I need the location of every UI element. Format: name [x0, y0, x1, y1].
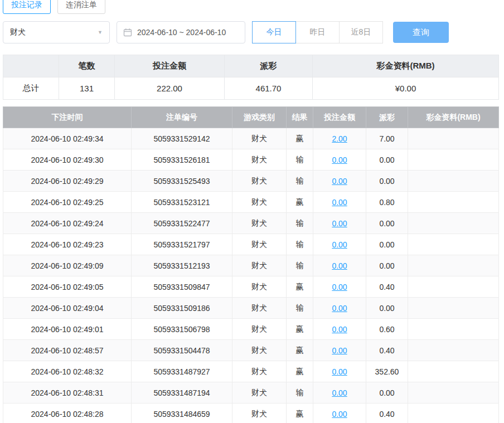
cell-order-number: 5059331504478	[132, 340, 232, 361]
quick-range-last8days[interactable]: 近8日	[339, 21, 383, 43]
summary-bet-amount-value: 222.00	[115, 77, 225, 100]
date-range-picker[interactable]: 2024-06-10 ~ 2024-06-10	[117, 21, 245, 43]
bet-amount-link[interactable]: 0.00	[332, 240, 347, 249]
table-row: 2024-06-10 02:49:01 5059331506798 财犬 赢 0…	[3, 319, 499, 340]
cell-game-type: 财犬	[232, 234, 287, 255]
summary-total-label: 总计	[3, 77, 59, 100]
cell-bet-time: 2024-06-10 02:49:05	[3, 276, 132, 298]
cell-order-number: 5059331523121	[132, 192, 232, 213]
tab-cancelled-orders[interactable]: 连消注单	[57, 0, 105, 14]
summary-table: 笔数 投注金额 派彩 彩金资料(RMB) 总计 131 222.00 461.7…	[3, 55, 499, 100]
bet-amount-link[interactable]: 2.00	[332, 134, 347, 143]
cell-result: 输	[287, 382, 313, 403]
cell-bet-amount: 0.00	[313, 340, 366, 361]
cell-result: 赢	[287, 128, 313, 149]
cell-order-number: 5059331526181	[132, 149, 232, 171]
betting-records-page: 投注记录 连消注单 财犬 ▼ 2024-06-10 ~ 2024-06-10 今…	[0, 0, 504, 423]
cell-bet-amount: 2.00	[313, 128, 366, 149]
quick-range-today[interactable]: 今日	[252, 21, 296, 43]
cell-bet-time: 2024-06-10 02:49:30	[3, 149, 132, 171]
records-header-row: 下注时间 注单编号 游戏类别 结果 投注金额 派彩 彩金资料(RMB)	[3, 107, 499, 128]
cell-bonus	[408, 255, 499, 276]
summary-header-row: 笔数 投注金额 派彩 彩金资料(RMB)	[3, 55, 499, 77]
table-row: 2024-06-10 02:49:05 5059331509847 财犬 赢 0…	[3, 276, 499, 298]
cell-result: 输	[287, 213, 313, 234]
header-bet-time: 下注时间	[3, 107, 132, 128]
table-row: 2024-06-10 02:49:29 5059331525493 财犬 输 0…	[3, 171, 499, 192]
cell-payout: 0.00	[366, 382, 408, 403]
cell-bonus	[408, 361, 499, 382]
table-row: 2024-06-10 02:49:30 5059331526181 财犬 输 0…	[3, 149, 499, 171]
cell-result: 输	[287, 298, 313, 319]
bet-amount-link[interactable]: 0.00	[332, 261, 347, 270]
table-row: 2024-06-10 02:49:09 5059331512193 财犬 输 0…	[3, 255, 499, 276]
cell-order-number: 5059331487927	[132, 361, 232, 382]
table-row: 2024-06-10 02:48:31 5059331487194 财犬 输 0…	[3, 382, 499, 403]
cell-game-type: 财犬	[232, 276, 287, 298]
cell-bet-time: 2024-06-10 02:48:57	[3, 340, 132, 361]
cell-payout: 0.40	[366, 403, 408, 423]
cell-game-type: 财犬	[232, 149, 287, 171]
cell-bet-time: 2024-06-10 02:49:25	[3, 192, 132, 213]
tab-betting-records[interactable]: 投注记录	[3, 0, 51, 14]
cell-order-number: 5059331487194	[132, 382, 232, 403]
cell-bet-time: 2024-06-10 02:48:31	[3, 382, 132, 403]
table-row: 2024-06-10 02:49:23 5059331521797 财犬 输 0…	[3, 234, 499, 255]
quick-range-yesterday[interactable]: 昨日	[295, 21, 340, 43]
bet-amount-link[interactable]: 0.00	[332, 346, 347, 355]
bet-amount-link[interactable]: 0.00	[332, 367, 347, 376]
cell-bet-time: 2024-06-10 02:49:01	[3, 319, 132, 340]
cell-bet-amount: 0.00	[313, 382, 366, 403]
bet-amount-link[interactable]: 0.00	[332, 219, 347, 228]
cell-bonus	[408, 234, 499, 255]
game-select[interactable]: 财犬 ▼	[3, 21, 110, 43]
cell-game-type: 财犬	[232, 382, 287, 403]
cell-bet-time: 2024-06-10 02:49:29	[3, 171, 132, 192]
cell-bonus	[408, 128, 499, 149]
summary-total-row: 总计 131 222.00 461.70 ¥0.00	[3, 77, 499, 100]
cell-payout: 0.40	[366, 340, 408, 361]
search-button[interactable]: 查询	[393, 22, 449, 43]
cell-bet-time: 2024-06-10 02:49:23	[3, 234, 132, 255]
cell-bet-amount: 0.00	[313, 298, 366, 319]
table-row: 2024-06-10 02:48:32 5059331487927 财犬 赢 0…	[3, 361, 499, 382]
cell-bet-time: 2024-06-10 02:49:34	[3, 128, 132, 149]
summary-header-bet-amount: 投注金额	[115, 55, 225, 77]
cell-game-type: 财犬	[232, 340, 287, 361]
table-row: 2024-06-10 02:48:57 5059331504478 财犬 赢 0…	[3, 340, 499, 361]
summary-payout-value: 461.70	[225, 77, 313, 100]
cell-bet-amount: 0.00	[313, 234, 366, 255]
bet-amount-link[interactable]: 0.00	[332, 304, 347, 313]
summary-header-blank	[3, 55, 59, 77]
cell-payout: 0.00	[366, 171, 408, 192]
table-row: 2024-06-10 02:48:28 5059331484659 财犬 赢 0…	[3, 403, 499, 423]
cell-order-number: 5059331512193	[132, 255, 232, 276]
cell-bet-amount: 0.00	[313, 171, 366, 192]
cell-bet-time: 2024-06-10 02:49:09	[3, 255, 132, 276]
bet-amount-link[interactable]: 0.00	[332, 410, 347, 419]
bet-amount-link[interactable]: 0.00	[332, 325, 347, 334]
cell-bet-amount: 0.00	[313, 149, 366, 171]
bet-amount-link[interactable]: 0.00	[332, 177, 347, 186]
filter-bar: 财犬 ▼ 2024-06-10 ~ 2024-06-10 今日 昨日 近8日 查…	[3, 21, 499, 43]
records-table: 下注时间 注单编号 游戏类别 结果 投注金额 派彩 彩金资料(RMB) 2024…	[3, 106, 499, 423]
bet-amount-link[interactable]: 0.00	[332, 388, 347, 397]
cell-payout: 0.00	[366, 298, 408, 319]
cell-bonus	[408, 382, 499, 403]
header-bonus: 彩金资料(RMB)	[408, 107, 499, 128]
cell-payout: 0.00	[366, 213, 408, 234]
cell-result: 输	[287, 149, 313, 171]
bet-amount-link[interactable]: 0.00	[332, 155, 347, 164]
date-range-value: 2024-06-10 ~ 2024-06-10	[137, 28, 226, 37]
bet-amount-link[interactable]: 0.00	[332, 198, 347, 207]
summary-bonus-value: ¥0.00	[313, 77, 499, 100]
chevron-down-icon: ▼	[98, 30, 103, 35]
header-game-type: 游戏类别	[232, 107, 287, 128]
cell-bet-amount: 0.00	[313, 192, 366, 213]
cell-payout: 0.00	[366, 255, 408, 276]
cell-game-type: 财犬	[232, 319, 287, 340]
cell-bet-time: 2024-06-10 02:48:28	[3, 403, 132, 423]
bet-amount-link[interactable]: 0.00	[332, 283, 347, 291]
header-result: 结果	[287, 107, 313, 128]
cell-game-type: 财犬	[232, 171, 287, 192]
